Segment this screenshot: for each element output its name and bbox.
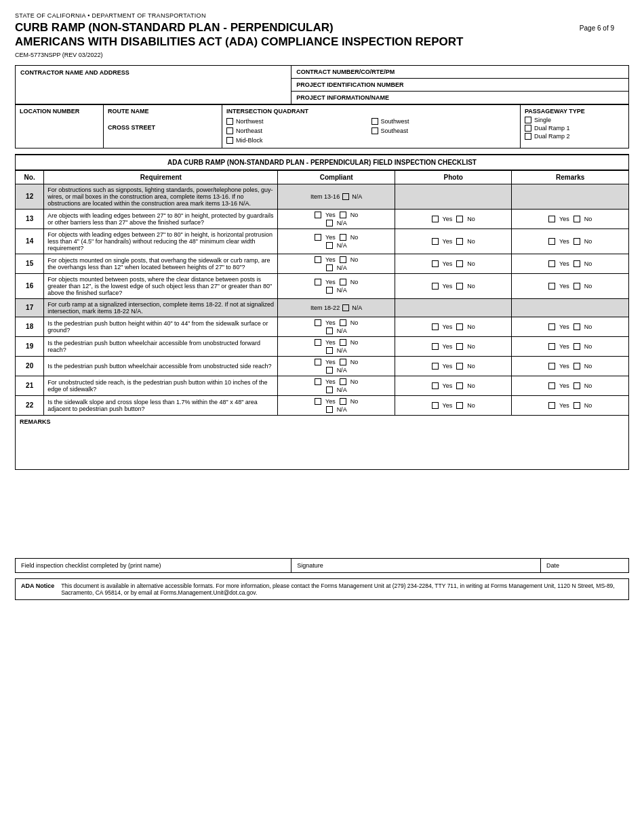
photo-yes-cb[interactable] — [432, 343, 439, 350]
rem-yes-cb[interactable] — [548, 260, 555, 267]
rem-yes-cb[interactable] — [548, 283, 555, 290]
photo-no-cb[interactable] — [456, 363, 463, 370]
dual-ramp2-option[interactable]: Dual Ramp 2 — [525, 133, 624, 140]
print-name-cell: Field inspection checklist completed by … — [16, 558, 291, 572]
rem-yes-cb[interactable] — [548, 363, 555, 370]
title: CURB RAMP (NON-STANDARD PLAN - PERPENDIC… — [15, 20, 629, 49]
ada-notice-label: ADA Notice — [21, 582, 54, 596]
row-14-compliant: Yes No N/A — [278, 229, 395, 254]
photo-no-cb[interactable] — [456, 260, 463, 267]
yes-cb[interactable] — [315, 319, 321, 326]
photo-yes-cb[interactable] — [432, 260, 439, 267]
na-cb[interactable] — [326, 220, 333, 226]
yes-cb[interactable] — [315, 339, 321, 346]
rem-yes-cb[interactable] — [548, 343, 555, 350]
item-range-checkbox[interactable] — [342, 193, 349, 200]
row-19-req: Is the pedestrian push button wheelchair… — [44, 336, 278, 356]
rem-no-cb[interactable] — [573, 216, 580, 222]
rem-yes-cb[interactable] — [548, 238, 555, 245]
photo-yes-cb[interactable] — [432, 323, 439, 330]
no-cb[interactable] — [340, 212, 346, 218]
row-21-compliant: Yes No N/A — [278, 376, 395, 395]
no-cb[interactable] — [340, 234, 346, 241]
row-17-req: For curb ramp at a signalized intersecti… — [44, 298, 278, 317]
na-cb[interactable] — [326, 287, 333, 294]
rem-yes-cb[interactable] — [548, 323, 555, 330]
northeast-option[interactable]: Northeast — [226, 127, 371, 134]
photo-yes-cb[interactable] — [432, 238, 439, 245]
photo-yes-cb[interactable] — [432, 216, 439, 222]
row-13-compliant: Yes No N/A — [278, 209, 395, 229]
no-cb[interactable] — [340, 319, 346, 326]
rem-no-cb[interactable] — [573, 402, 580, 409]
rem-no-cb[interactable] — [573, 238, 580, 245]
na-cb[interactable] — [326, 327, 333, 334]
photo-yes-cb[interactable] — [432, 382, 439, 389]
photo-yes-cb[interactable] — [432, 402, 439, 409]
yes-cb[interactable] — [315, 256, 321, 263]
signature-label: Signature — [297, 562, 323, 569]
no-cb[interactable] — [340, 339, 346, 346]
photo-no-cb[interactable] — [456, 402, 463, 409]
single-checkbox[interactable] — [525, 117, 531, 123]
midblock-option[interactable]: Mid-Block — [226, 137, 371, 144]
rem-yes-cb[interactable] — [548, 216, 555, 222]
row-16-remarks: Yes No — [512, 273, 629, 298]
na-cb[interactable] — [326, 367, 333, 374]
na-cb[interactable] — [326, 242, 333, 249]
midblock-checkbox[interactable] — [226, 137, 233, 144]
yes-cb[interactable] — [315, 212, 321, 218]
single-option[interactable]: Single — [525, 117, 624, 123]
rem-no-cb[interactable] — [573, 283, 580, 290]
dual-ramp2-checkbox[interactable] — [525, 133, 531, 140]
rem-no-cb[interactable] — [573, 260, 580, 267]
southeast-option[interactable]: Southeast — [371, 127, 517, 134]
rem-no-cb[interactable] — [573, 323, 580, 330]
southwest-option[interactable]: Southwest — [371, 118, 517, 125]
southeast-checkbox[interactable] — [371, 127, 378, 134]
dual-ramp1-checkbox[interactable] — [525, 125, 531, 132]
northwest-checkbox[interactable] — [226, 118, 233, 125]
photo-no-cb[interactable] — [456, 238, 463, 245]
row-13-photo: Yes No — [395, 209, 512, 229]
na-cb[interactable] — [326, 347, 333, 354]
photo-no-cb[interactable] — [456, 343, 463, 350]
rem-yes-cb[interactable] — [548, 382, 555, 389]
rem-no-cb[interactable] — [573, 382, 580, 389]
row-22-compliant: Yes No N/A — [278, 395, 395, 415]
no-cb[interactable] — [340, 359, 346, 365]
photo-no-cb[interactable] — [456, 216, 463, 222]
no-cb[interactable] — [340, 398, 346, 405]
item-range-checkbox[interactable] — [342, 304, 349, 311]
photo-yes-cb[interactable] — [432, 283, 439, 290]
na-cb[interactable] — [326, 264, 333, 271]
yes-cb[interactable] — [315, 359, 321, 365]
na-cb[interactable] — [326, 386, 333, 393]
dual-ramp2-label: Dual Ramp 2 — [534, 133, 570, 140]
na-cb[interactable] — [326, 406, 333, 413]
rem-no-cb[interactable] — [573, 363, 580, 370]
yes-cb[interactable] — [315, 378, 321, 385]
photo-no-cb[interactable] — [456, 283, 463, 290]
row-18-photo: Yes No — [395, 317, 512, 336]
photo-no-cb[interactable] — [456, 323, 463, 330]
no-cb[interactable] — [340, 378, 346, 385]
no-cb[interactable] — [340, 256, 346, 263]
yes-cb[interactable] — [315, 234, 321, 241]
southwest-checkbox[interactable] — [371, 118, 378, 125]
rem-yes-cb[interactable] — [548, 402, 555, 409]
rem-no-cb[interactable] — [573, 343, 580, 350]
northeast-checkbox[interactable] — [226, 127, 233, 134]
yes-cb[interactable] — [315, 279, 321, 285]
table-row: 12 For obstructions such as signposts, l… — [16, 184, 629, 209]
yes-cb[interactable] — [315, 398, 321, 405]
row-16-photo: Yes No — [395, 273, 512, 298]
col-header-photo: Photo — [395, 170, 512, 184]
photo-yes-cb[interactable] — [432, 363, 439, 370]
no-cb[interactable] — [340, 279, 346, 285]
northwest-option[interactable]: Northwest — [226, 118, 371, 125]
row-22-req: Is the sidewalk slope and cross slope le… — [44, 395, 278, 415]
photo-no-cb[interactable] — [456, 382, 463, 389]
row-15-photo: Yes No — [395, 254, 512, 273]
dual-ramp1-option[interactable]: Dual Ramp 1 — [525, 125, 624, 132]
